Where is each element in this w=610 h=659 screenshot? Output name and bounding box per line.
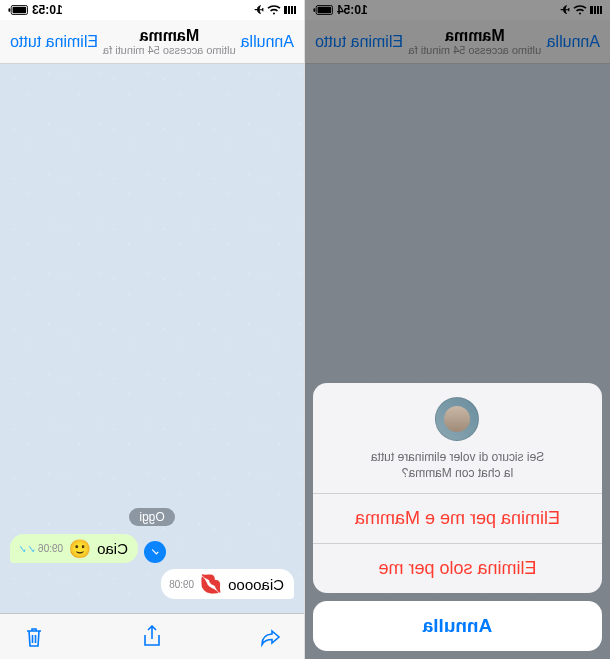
cancel-button[interactable]: Annulla xyxy=(241,33,294,51)
chat-title: Mamma xyxy=(103,27,236,45)
message-text: Ciao xyxy=(97,540,128,557)
sheet-message-line2: la chat con Mamma? xyxy=(402,466,513,480)
delete-for-both-button[interactable]: Elimina per me e Mamma xyxy=(313,493,602,543)
avatar xyxy=(436,397,480,441)
selection-check-icon[interactable] xyxy=(144,541,166,563)
trash-icon[interactable] xyxy=(22,625,46,649)
status-time: 10:53 xyxy=(32,3,63,17)
date-separator: Oggi xyxy=(129,508,174,526)
chat-subtitle: ultimo accesso 54 minuti fa xyxy=(103,44,236,56)
emoji-smile-icon: 🙂 xyxy=(69,539,91,560)
message-row-in[interactable]: Ciaoooo 💋 09:08 xyxy=(10,569,294,599)
status-bar: ✈︎ 10:53 xyxy=(0,0,304,20)
share-icon[interactable] xyxy=(140,625,164,649)
chat-area: Oggi Ciao 🙂 09:06 ✓✓ Ciaoooo 💋 xyxy=(0,64,304,613)
reply-icon[interactable] xyxy=(258,625,282,649)
svg-rect-4 xyxy=(13,7,27,13)
wifi-icon xyxy=(267,5,281,15)
battery-icon xyxy=(8,5,28,15)
selection-toolbar xyxy=(0,613,304,659)
delete-for-me-button[interactable]: Elimina solo per me xyxy=(313,543,602,593)
emoji-kiss-icon: 💋 xyxy=(200,574,222,595)
delete-all-button[interactable]: Elimina tutto xyxy=(10,33,98,51)
sheet-message-line1: Sei sicuro di voler eliminare tutta xyxy=(371,450,544,464)
message-bubble-in[interactable]: Ciaoooo 💋 09:08 xyxy=(161,569,294,599)
message-time: 09:06 xyxy=(38,543,63,555)
sheet-header: Sei sicuro di voler eliminare tutta la c… xyxy=(313,383,602,493)
chat-header: Annulla Mamma ultimo accesso 54 minuti f… xyxy=(0,20,304,64)
message-bubble-out[interactable]: Ciao 🙂 09:06 ✓✓ xyxy=(10,534,138,564)
message-text: Ciaoooo xyxy=(228,576,284,593)
svg-rect-5 xyxy=(8,8,10,12)
message-time: 09:08 xyxy=(169,579,194,591)
phone-right: ✈︎ 10:53 Annulla Mamma ultimo accesso 54… xyxy=(0,0,305,659)
signal-icon xyxy=(284,6,296,14)
sheet-cancel-button[interactable]: Annulla xyxy=(313,601,602,651)
read-ticks-icon: ✓✓ xyxy=(18,543,36,556)
airplane-icon: ✈︎ xyxy=(254,3,264,17)
message-row-out[interactable]: Ciao 🙂 09:06 ✓✓ xyxy=(10,534,294,564)
phone-left: ✈︎ 10:54 Annulla Mamma ultimo accesso 54… xyxy=(305,0,610,659)
action-sheet: Sei sicuro di voler eliminare tutta la c… xyxy=(313,383,602,651)
